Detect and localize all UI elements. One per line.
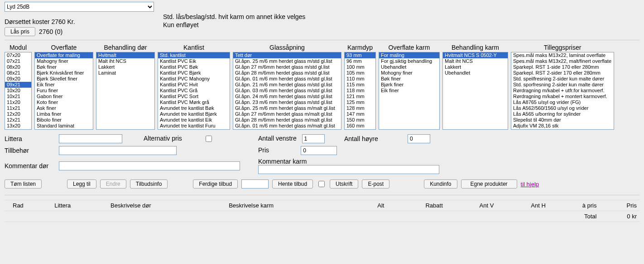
list-item[interactable]: Kantlist PVC Hvit xyxy=(158,82,230,88)
list-item[interactable]: Bjørk Skrellet finer xyxy=(35,76,93,82)
list-item[interactable]: 115 mm xyxy=(345,82,375,88)
list-item[interactable]: Rørdragning m/kabel + montert karmoverf. xyxy=(511,94,614,99)
list-item[interactable]: Slepelist til 40mm dør xyxy=(511,117,614,123)
print-checkbox[interactable] xyxy=(318,181,325,187)
list-item[interactable]: Std. sporfresning 2-sider kun malte døre… xyxy=(511,82,614,88)
list-item[interactable]: Kantlist PVC Bøk xyxy=(158,64,230,70)
list-item[interactable]: Bjørk Knivskåret finer xyxy=(35,70,93,76)
list-item[interactable]: 96 mm xyxy=(345,58,375,64)
list-item[interactable]: 08x20 xyxy=(5,64,31,70)
antv-input[interactable] xyxy=(302,134,325,143)
list-item[interactable]: 11x20 xyxy=(5,99,31,105)
list-item[interactable]: 147 mm xyxy=(345,111,375,117)
finished-offers-button[interactable]: Ferdige tilbud xyxy=(193,179,238,189)
list-item[interactable]: 110 mm xyxy=(345,76,375,82)
list-item[interactable]: Hvitmalt NCS S 0502-Y xyxy=(443,52,508,58)
altpris-checkbox[interactable] xyxy=(206,136,212,142)
list-item[interactable]: Gl.åpn. 01 m/6 mm herdet glass m/malt gl… xyxy=(233,123,341,129)
list-item[interactable]: Lakkert xyxy=(96,64,154,70)
list-item[interactable]: Gl.åpn. 24 m/6 mm herdet glass m/std gl.… xyxy=(233,94,341,99)
komdor-input[interactable] xyxy=(59,161,240,170)
list-item[interactable]: Tett dør xyxy=(233,52,341,58)
list-item[interactable]: 12x21 xyxy=(5,117,31,123)
glass-listbox[interactable]: Tett dørGl.åpn. 25 m/6 mm herdet glass m… xyxy=(233,52,341,130)
list-item[interactable]: Ubehandlet xyxy=(443,70,508,76)
list-item[interactable]: 10x20 xyxy=(5,88,31,94)
list-item[interactable]: Kantlist PVC Eik xyxy=(158,58,230,64)
add-button[interactable]: Legg til xyxy=(67,179,96,189)
list-item[interactable]: Limba finer xyxy=(35,111,93,117)
list-item[interactable]: Ubehandlet xyxy=(379,64,439,70)
lock-price-button[interactable]: Lås pris xyxy=(5,27,35,36)
offer-id-input[interactable] xyxy=(241,179,269,189)
komkarm-input[interactable] xyxy=(258,165,439,174)
list-item[interactable]: Kantlist PVC Bjørk xyxy=(158,70,230,76)
list-item[interactable]: Spes.mål maks M13x22, malt/finert overfl… xyxy=(511,58,614,64)
list-item[interactable]: For gj.siktig behandling xyxy=(379,58,439,64)
list-item[interactable]: Std. kantlist xyxy=(158,52,230,58)
over_karm-listbox[interactable]: For malingFor gj.siktig behandlingUbehan… xyxy=(379,52,440,130)
list-item[interactable]: 93 mm xyxy=(345,52,375,58)
list-item[interactable]: Bøk finer xyxy=(379,76,439,82)
list-item[interactable]: Lås A562/560/1560 u/syl og vrider xyxy=(511,105,614,111)
karmdyp-listbox[interactable]: 93 mm96 mm100 mm105 mm110 mm115 mm118 mm… xyxy=(344,52,376,130)
list-item[interactable]: Spes.mål maks M13x22, laminat overflate xyxy=(511,52,614,58)
list-item[interactable]: Adjufix VM 28, 8 stk xyxy=(511,129,614,130)
own-products-button[interactable]: Egne produkter xyxy=(461,179,517,189)
tillegg-listbox[interactable]: Spes.mål maks M13x22, laminat overflateS… xyxy=(511,52,614,130)
list-item[interactable]: 160 mm xyxy=(345,123,375,129)
list-item[interactable]: Gl.åpn. 25 m/6 mm herdet glass m/malt gl… xyxy=(233,105,341,111)
list-item[interactable]: 170 mm xyxy=(345,129,375,130)
list-item[interactable]: 105 mm xyxy=(345,70,375,76)
pris-input[interactable] xyxy=(301,146,337,155)
list-item[interactable]: Gl.åpn 27 m/6mm herdet glass m/malt gl.l… xyxy=(233,111,341,117)
beh_karm-listbox[interactable]: Hvitmalt NCS S 0502-YMalt iht NCSLakkert… xyxy=(442,52,508,130)
list-item[interactable]: Mohogny finer xyxy=(379,70,439,76)
anth-input[interactable] xyxy=(408,134,430,143)
list-item[interactable]: 09x20 xyxy=(5,76,31,82)
list-item[interactable]: Avrundet tre kantlist Eik xyxy=(158,117,230,123)
list-item[interactable]: Bjørk finer xyxy=(379,82,439,88)
print-button[interactable]: Utskrift xyxy=(330,179,358,189)
list-item[interactable]: 09x21 xyxy=(5,82,31,88)
customer-info-button[interactable]: Kundinfo xyxy=(424,179,457,189)
list-item[interactable]: Avrundet tre kantlist Furu xyxy=(158,123,230,129)
list-item[interactable]: 121 mm xyxy=(345,94,375,99)
list-item[interactable]: Lås A565 u/borring for sylinder xyxy=(511,111,614,117)
overflate-listbox[interactable]: Overflate for malingMahogny finerBøk fin… xyxy=(34,52,93,130)
list-item[interactable]: Kantlist PVC Sort xyxy=(158,94,230,99)
help-link[interactable]: til hjelp xyxy=(521,181,539,188)
list-item[interactable]: 07x20 xyxy=(5,52,31,58)
list-item[interactable]: 11x21 xyxy=(5,105,31,111)
list-item[interactable]: 128 mm xyxy=(345,105,375,111)
list-item[interactable]: Gabon finer xyxy=(35,94,93,99)
list-item[interactable]: Rørdragning m/kabel + utfr.for karmoverf… xyxy=(511,88,614,94)
littera-input[interactable] xyxy=(59,134,122,143)
list-item[interactable]: Kantlist PVC Mørk grå xyxy=(158,99,230,105)
list-item[interactable]: Eik finer xyxy=(379,88,439,94)
list-item[interactable]: Avrundet tre kantlist Bøk xyxy=(158,105,230,111)
list-item[interactable]: 13x21 xyxy=(5,129,31,130)
list-item[interactable]: Laminat xyxy=(96,70,154,76)
list-item[interactable]: 08x21 xyxy=(5,70,31,76)
list-item[interactable]: Malt iht NCS xyxy=(96,58,154,64)
list-item[interactable]: Koto finer xyxy=(35,99,93,105)
clear-list-button[interactable]: Tøm listen xyxy=(5,179,42,189)
list-item[interactable]: Lås A8765 u/syl og vrider (FG) xyxy=(511,99,614,105)
list-item[interactable]: Kantlist PVC Mahogny xyxy=(158,76,230,82)
list-item[interactable]: Furu finer xyxy=(35,88,93,94)
list-item[interactable]: Std. speilfresning 2-sider kun malte dør… xyxy=(511,76,614,82)
beh_dor-listbox[interactable]: HvitmaltMalt iht NCSLakkertLaminat xyxy=(96,52,155,130)
list-item[interactable]: 13x20 xyxy=(5,123,31,129)
list-item[interactable]: For maling xyxy=(379,52,439,58)
list-item[interactable]: Avrundet tre kantlist Bjørk xyxy=(158,111,230,117)
list-item[interactable]: 118 mm xyxy=(345,88,375,94)
list-item[interactable]: Gl.åpn. 03 m/6 mm herdet glass m/std gl.… xyxy=(233,88,341,94)
list-item[interactable]: Malt iht NCS xyxy=(443,58,508,64)
list-item[interactable]: Gl.åpn 28 m/6mm herdet glass m/malt gl.l… xyxy=(233,117,341,123)
list-item[interactable]: 07x21 xyxy=(5,58,31,64)
modul-listbox[interactable]: 07x2007x2108x2008x2109x2009x2110x2010x21… xyxy=(5,52,32,130)
list-item[interactable]: Eik finer xyxy=(35,82,93,88)
kantlist-listbox[interactable]: Std. kantlistKantlist PVC EikKantlist PV… xyxy=(158,52,230,130)
list-item[interactable]: Gl.åpn. 21 m/6 mm herdet glass m/malt gl… xyxy=(233,129,341,130)
